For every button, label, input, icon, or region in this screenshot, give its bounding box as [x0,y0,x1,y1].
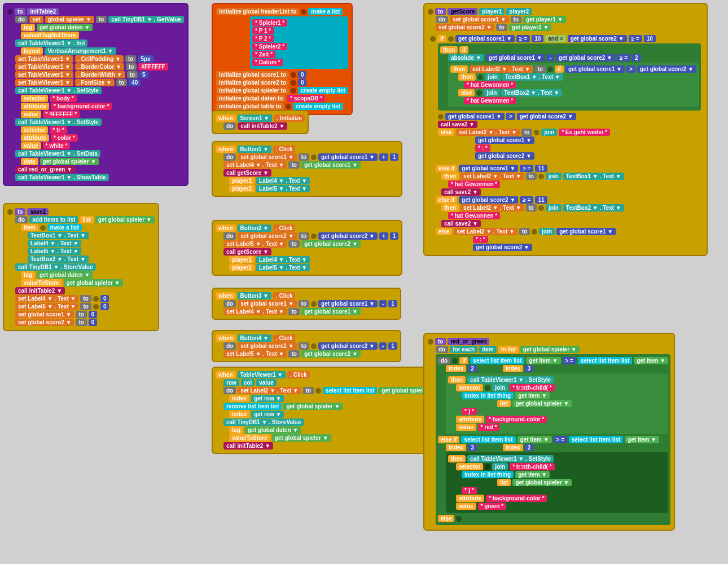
join-rog-green: join [492,463,508,470]
val11-2: 11 [535,196,547,204]
set-gscore1: set global score1 ▼ [450,16,508,23]
get-score1-label: get global score1 ▼ [301,161,361,169]
then-block: then if absolute ▼ get global score1 ▼ -… [438,43,701,111]
do-rog: do [436,346,448,353]
else-label: else [458,89,475,96]
p2: * P 2 * [252,35,274,42]
then-elseif2: then [441,204,459,211]
click-label5: . Click [287,371,309,378]
player2-param: player2 [506,8,532,15]
index-rog3: index [446,444,466,451]
get-global-spieler-rog-green: get global spieler ▼ [512,479,572,486]
hat-gewonnen: * hat Gewonnen * [464,81,516,89]
val11: 11 [535,165,547,172]
set-label2-gs: set Label2 ▼ . Text ▼ [470,65,533,73]
score2-gte11: get global score2 ▼ [459,196,518,204]
section-button4-click: when Button4 ▼ . Click do set global sco… [212,330,401,362]
val2: 2 [632,54,641,61]
to-label4: to [288,161,299,169]
label5-text2: Label5 ▼ . Text ▼ [256,185,310,192]
call-save2-elseif: call save2 ▼ [441,188,481,196]
idx2: 2 [468,365,477,372]
get-score2-label: get global score2 ▼ [301,240,361,248]
score1-gt-score2: get global score1 ▼ [565,65,625,73]
absolute-label: absolute ▼ [448,54,484,61]
val-ffffff: #FFFFFF [138,63,168,70]
attribute-label: attribute [21,103,49,110]
call-tinydb-store: call TinyDB1 ▼ . StoreValue [223,418,304,426]
row-var: row [223,379,239,386]
score1-abs: get global score1 ▼ [486,54,545,61]
hat-gewonnen4: * hat Gewonnen * [448,212,500,219]
index-label2: index [229,411,249,418]
do-btn1: do [223,153,236,161]
to-label5-4: to [288,350,299,358]
call-showtable: call TableViewer1 ▼ . ShowTable [15,174,109,181]
set-label2-else2: set Label2 ▼ . Text ▼ [454,228,517,235]
get-row2: get row ▼ [251,411,284,418]
set-tv2: set TableViewer1 ▼ [15,63,73,70]
to3: to [125,55,136,63]
do-btn2: do [223,232,236,240]
section-tableviewer-click: when TableViewer1 ▼ . Click row col valu… [212,367,442,454]
get-global-spieler-tv2: get global spieler ▼ [283,403,343,410]
call-tv1-init: call TableViewer1 ▼ . Init [15,39,87,47]
set-tv4: set TableViewer1 ▼ [15,79,73,86]
gte-op2: ≥ = [629,35,642,42]
to-label2-tv: to [303,387,314,394]
attribute-rog-green: attribute [456,495,484,502]
then-rog-green: then call TableViewer1 ▼ . SetStyle sele… [446,452,668,513]
val-0-1: 0 [100,295,109,302]
set-score1-btn3: set global score1 ▼ [238,300,296,307]
zeit: * Zeit * [252,51,275,58]
call-setdata: call TableViewer1 ▼ . SetData [15,150,100,157]
spieler1: * Spieler1 * [252,19,287,27]
colon-val: * : * [475,144,490,152]
gt-op-rog: > = [563,357,576,364]
in-label: in list [498,346,519,353]
click-label2: . Click [273,224,295,232]
one1: 1 [390,153,399,161]
to-gs2: to [496,24,507,31]
join-rog: join [492,384,508,391]
foreach-body: do if select list item list get item ▼ >… [436,354,670,525]
join-elseif: join [546,173,562,180]
to-gs1: to [511,16,521,23]
screen1-label: Screen1 ▼ [238,114,273,122]
attribute-rog: attribute [456,416,484,423]
index-rog4: index [503,444,523,451]
data-label: data [21,158,38,165]
global-spieler: get global spieler ▼ [40,158,99,165]
math-score2: get global score2 ▼ [318,232,378,240]
section-screen1-init: when Screen1 ▼ . Initialize do call init… [212,110,309,134]
label5-text: Label5 ▼ . Text ▼ [28,248,81,255]
then-inner: then set Label2 ▼ . Text ▼ to if get glo… [448,63,699,107]
selector-rog: selector [456,384,483,391]
set-score1-btn1: set global score1 ▼ [238,153,296,161]
gt-op-rog2: > = [554,436,567,443]
player2-label: player2 [229,185,255,192]
value-label: value [21,111,41,118]
valueif-label: valueIfTagNotThere [21,32,79,39]
elseif-label: else if [436,165,457,172]
set-label2-elseif: set Label2 ▼ . Text ▼ [461,173,524,180]
one2: 1 [390,232,399,240]
get-score1-else: get global score1 ▼ [475,136,534,144]
get-score1-else2: get global score1 ▼ [556,228,616,235]
player1-label: player1 [229,177,255,184]
when-btn1: when [216,146,236,153]
to-label5: to [288,240,299,248]
cond2-right: get global score2 ▼ [568,35,627,42]
call-setstyle-rog-green: call TableViewer1 ▼ . SetStyle [467,455,554,462]
player1-label2: player1 [229,256,255,263]
section-initialize: initialize global headerList to make a l… [212,3,353,115]
call-save2-elseif2: call save2 ▼ [441,220,481,227]
textbox2-text: TextBox2 ▼ . Text ▼ [28,255,89,263]
player2-label2: player2 [229,264,255,271]
fontsize-label: . FontSize ▼ [75,79,115,86]
then-label3: then [458,73,476,81]
set-label5-btn2: set Label5 ▼ . Text ▼ [223,240,287,248]
math-score2-4: get global score2 ▼ [318,342,378,350]
do-tv: do [223,387,236,394]
bg-color-val: * background-color * [51,103,112,110]
